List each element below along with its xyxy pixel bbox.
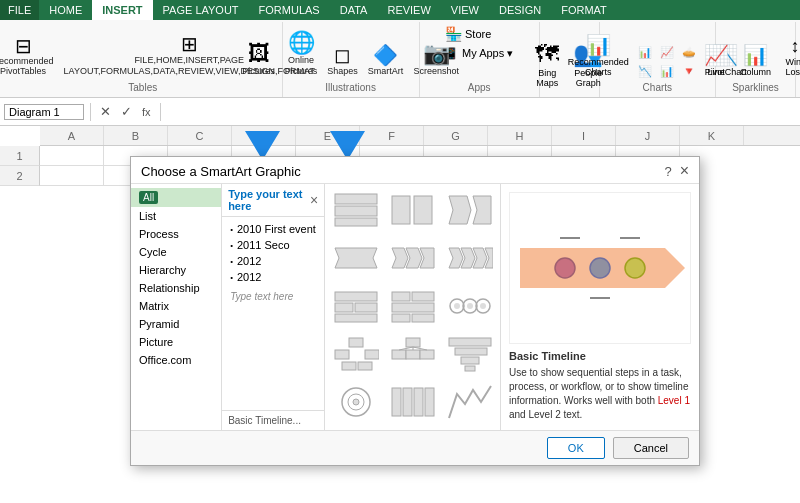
shape-19[interactable] xyxy=(443,380,497,426)
svg-rect-59 xyxy=(465,366,475,371)
shape-1[interactable] xyxy=(329,188,383,234)
text-item-1: • 2010 First event xyxy=(230,221,316,237)
tab-format[interactable]: FORMAT xyxy=(551,0,617,20)
tab-pagelayout[interactable]: PAGE LAYOUT xyxy=(153,0,249,20)
pie-chart-button[interactable]: 🥧 xyxy=(679,44,699,61)
text-item-1-label: 2010 First event xyxy=(237,223,316,235)
cell-a2[interactable] xyxy=(40,166,104,186)
line-sparkline-button[interactable]: 📈 Line xyxy=(698,40,734,80)
bing-maps-button[interactable]: 🗺 BingMaps xyxy=(529,37,565,91)
shape-3[interactable] xyxy=(443,188,497,234)
category-office[interactable]: Office.com xyxy=(131,351,221,369)
tab-file[interactable]: FILE xyxy=(0,0,39,20)
svg-rect-50 xyxy=(392,350,406,359)
cancel-button[interactable]: Cancel xyxy=(613,437,689,459)
svg-point-80 xyxy=(590,258,610,278)
text-item-4: • 2012 xyxy=(230,269,316,285)
cancel-formula-icon[interactable]: ✕ xyxy=(97,103,114,120)
category-pyramid[interactable]: Pyramid xyxy=(131,315,221,333)
shape-11-thumb xyxy=(447,288,493,324)
online-pictures-button[interactable]: 🌐 OnlinePictures xyxy=(281,29,322,80)
tab-data[interactable]: DATA xyxy=(330,0,378,20)
formula-bar-divider2 xyxy=(160,103,161,121)
dialog-help-icon[interactable]: ? xyxy=(664,164,671,179)
shape-10[interactable] xyxy=(386,284,440,330)
text-panel-header: Type your text here × xyxy=(222,184,324,217)
category-cycle[interactable]: Cycle xyxy=(131,243,221,261)
svg-point-38 xyxy=(467,303,473,309)
area-chart-button[interactable]: 📊 xyxy=(657,63,677,80)
category-process[interactable]: Process xyxy=(131,225,221,243)
recommended-pivottables-button[interactable]: ⊟ RecommendedPivotTables xyxy=(0,33,49,80)
shape-14[interactable] xyxy=(386,332,440,378)
tab-view[interactable]: VIEW xyxy=(441,0,489,20)
shape-5[interactable] xyxy=(329,236,383,282)
shape-9[interactable] xyxy=(329,284,383,330)
scatter-chart-button[interactable]: 📉 xyxy=(635,63,655,80)
shape-3-thumb xyxy=(447,192,493,228)
shape-18[interactable] xyxy=(386,380,440,426)
bar-chart-button[interactable]: 📊 xyxy=(635,44,655,61)
tab-home[interactable]: HOME xyxy=(39,0,92,20)
shape-6[interactable] xyxy=(386,236,440,282)
pictures-button[interactable]: 🖼 Pictures xyxy=(238,40,279,80)
line-chart-button[interactable]: 📈 xyxy=(657,44,677,61)
category-all[interactable]: All xyxy=(131,188,221,207)
shape-15[interactable] xyxy=(443,332,497,378)
shapes-button[interactable]: ◻ Shapes xyxy=(323,42,362,80)
other-chart-button[interactable]: 🔻 xyxy=(679,63,699,80)
dialog-close-button[interactable]: × xyxy=(680,163,689,179)
text-items: • 2010 First event • 2011 Seco • 2012 • … xyxy=(222,217,324,306)
dialog-title-icons: ? × xyxy=(664,163,689,179)
svg-rect-51 xyxy=(406,350,420,359)
column-sparkline-button[interactable]: 📊 Column xyxy=(736,40,775,80)
shape-17[interactable] xyxy=(329,380,383,426)
col-g: G xyxy=(424,126,488,145)
tab-review[interactable]: REVIEW xyxy=(377,0,440,20)
svg-rect-47 xyxy=(342,362,356,370)
pictures-label: Pictures xyxy=(242,66,275,77)
svg-rect-67 xyxy=(392,388,401,416)
tab-insert[interactable]: INSERT xyxy=(92,0,152,20)
text-item-3: • 2012 xyxy=(230,253,316,269)
category-list[interactable]: List xyxy=(131,207,221,225)
tab-formulas[interactable]: FORMULAS xyxy=(249,0,330,20)
store-icon: 🏪 xyxy=(445,26,462,42)
shape-11[interactable] xyxy=(443,284,497,330)
recommended-charts-button[interactable]: 📊 RecommendedCharts xyxy=(564,30,633,80)
row-num-1: 1 xyxy=(0,146,40,166)
ok-button[interactable]: OK xyxy=(547,437,605,459)
shape-2[interactable] xyxy=(386,188,440,234)
myapps-button[interactable]: 📱 My Apps ▾ xyxy=(441,45,517,62)
category-hierarchy[interactable]: Hierarchy xyxy=(131,261,221,279)
svg-rect-56 xyxy=(449,338,491,346)
smartart-button[interactable]: 🔷 SmartArt xyxy=(364,42,408,80)
shape-19-thumb xyxy=(447,384,493,420)
sparklines-group-label: Sparklines xyxy=(732,82,779,95)
name-box[interactable] xyxy=(4,104,84,120)
tab-design[interactable]: DESIGN xyxy=(489,0,551,20)
shape-6-thumb xyxy=(390,240,436,276)
formula-input[interactable] xyxy=(167,105,796,119)
addins-group-label: Apps xyxy=(468,82,491,95)
confirm-formula-icon[interactable]: ✓ xyxy=(118,103,135,120)
bing-maps-label: BingMaps xyxy=(536,68,558,88)
shape-7[interactable] xyxy=(443,236,497,282)
text-panel-close-button[interactable]: × xyxy=(310,192,318,208)
svg-rect-3 xyxy=(392,196,410,224)
insert-function-icon[interactable]: fx xyxy=(139,105,154,119)
svg-rect-46 xyxy=(365,350,379,359)
category-matrix[interactable]: Matrix xyxy=(131,297,221,315)
winloss-sparkline-icon: ↕ xyxy=(791,36,800,57)
cell-a1[interactable] xyxy=(40,146,104,166)
svg-rect-58 xyxy=(461,357,479,364)
bing-maps-icon: 🗺 xyxy=(535,40,559,68)
chart-sub-buttons: 📊 📈 🥧 📉 📊 🔻 xyxy=(635,44,699,80)
category-picture[interactable]: Picture xyxy=(131,333,221,351)
winloss-sparkline-button[interactable]: ↕ Win/Loss xyxy=(777,33,800,80)
category-relationship[interactable]: Relationship xyxy=(131,279,221,297)
store-button[interactable]: 🏪 Store xyxy=(441,24,495,44)
smartart-label: SmartArt xyxy=(368,66,404,77)
col-d: D xyxy=(232,126,296,145)
shape-13[interactable] xyxy=(329,332,383,378)
